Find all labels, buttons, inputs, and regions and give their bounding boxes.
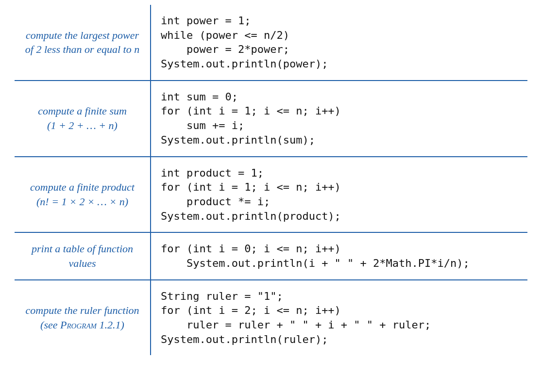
program-reference: Program [60, 319, 97, 331]
description-cell: print a table of function values [15, 233, 151, 279]
code-cell: for (int i = 0; i <= n; i++) System.out.… [151, 233, 527, 279]
code-cell: String ruler = "1"; for (int i = 2; i <=… [151, 280, 527, 356]
table-row: print a table of function values for (in… [15, 233, 527, 279]
description-text: compute the largest power of 2 less than… [24, 28, 140, 57]
description-text: print a table of function values [24, 242, 140, 270]
description-subtext: (see Program 1.2.1) [24, 318, 140, 332]
description-cell: compute a finite sum (1 + 2 + … + n) [15, 81, 151, 156]
description-cell: compute the ruler function (see Program … [15, 280, 151, 356]
code-cell: int power = 1; while (power <= n/2) powe… [151, 5, 527, 80]
code-cell: int sum = 0; for (int i = 1; i <= n; i++… [151, 81, 527, 156]
description-cell: compute the largest power of 2 less than… [15, 5, 151, 80]
table-row: compute a finite product (n! = 1 × 2 × …… [15, 157, 527, 232]
description-subtext: (1 + 2 + … + n) [24, 118, 140, 133]
description-text: compute a finite product [24, 180, 140, 195]
description-text: compute the ruler function [24, 303, 140, 318]
table-row: compute the largest power of 2 less than… [15, 5, 527, 80]
subtext-prefix: (see [40, 319, 60, 331]
subtext-suffix: 1.2.1) [97, 319, 124, 331]
table-row: compute a finite sum (1 + 2 + … + n) int… [15, 81, 527, 156]
code-examples-table: compute the largest power of 2 less than… [15, 5, 527, 355]
table-row: compute the ruler function (see Program … [15, 280, 527, 356]
description-text: compute a finite sum [24, 104, 140, 118]
description-cell: compute a finite product (n! = 1 × 2 × …… [15, 157, 151, 232]
code-cell: int product = 1; for (int i = 1; i <= n;… [151, 157, 527, 232]
description-subtext: (n! = 1 × 2 × … × n) [24, 195, 140, 209]
